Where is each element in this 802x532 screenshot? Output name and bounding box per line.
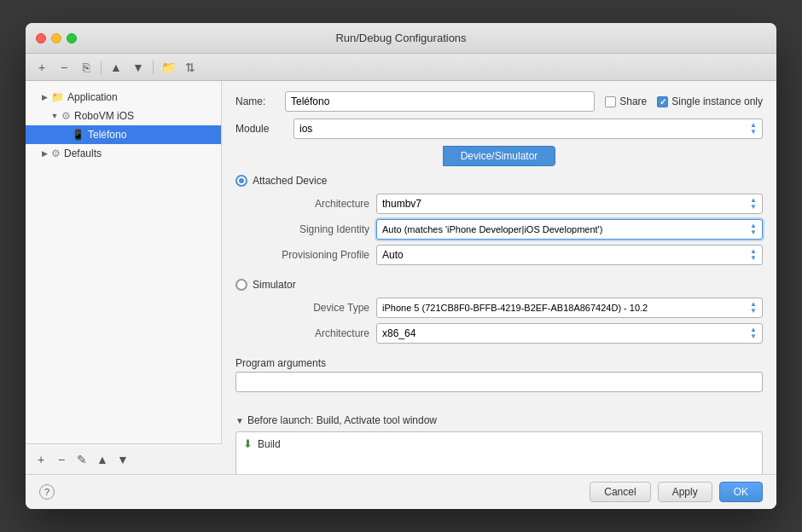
single-instance-checkbox[interactable]	[657, 96, 668, 107]
signing-identity-label: Signing Identity	[253, 223, 376, 235]
architecture-row: Architecture thumbv7 ▲▼	[253, 194, 763, 214]
signing-identity-row: Signing Identity Auto (matches 'iPhone D…	[253, 219, 763, 240]
sidebar-item-application[interactable]: ▶ 📁 Application	[26, 88, 221, 107]
sidebar-item-defaults-label: Defaults	[64, 147, 102, 159]
telefono-icon: 📱	[72, 129, 84, 141]
copy-config-button[interactable]: ⎘	[77, 58, 96, 77]
signing-identity-select[interactable]: Auto (matches 'iPhone Developer|iOS Deve…	[376, 219, 763, 240]
robovmios-icon: ⚙	[61, 110, 71, 122]
toolbar-separator-1	[101, 61, 102, 74]
window-title: Run/Debug Configurations	[335, 32, 466, 44]
attached-device-section: Attached Device Architecture thumbv7 ▲▼	[235, 175, 763, 270]
device-type-label: Device Type	[253, 302, 376, 314]
sim-architecture-label: Architecture	[253, 327, 376, 339]
sidebar-edit-button[interactable]: ✎	[73, 451, 90, 468]
title-bar: Run/Debug Configurations	[26, 23, 776, 54]
program-args-input[interactable]	[235, 372, 763, 392]
share-checkbox-label[interactable]: Share	[605, 95, 647, 107]
sim-architecture-row: Architecture x86_64 ▲▼	[253, 323, 763, 344]
attached-device-label: Attached Device	[253, 175, 327, 187]
build-item-label: Build	[258, 438, 281, 450]
help-button[interactable]: ?	[39, 484, 55, 500]
footer: ? Cancel Apply OK	[26, 474, 776, 509]
sidebar-bottom-toolbar: + − ✎ ▲ ▼	[26, 443, 222, 474]
provisioning-profile-select[interactable]: Auto ▲▼	[376, 245, 763, 265]
simulator-fields: Device Type iPhone 5 (721CB8F0-BFFB-4219…	[253, 298, 763, 344]
sidebar-item-telefono-label: Teléfono	[88, 129, 126, 141]
sim-architecture-select[interactable]: x86_64 ▲▼	[376, 323, 763, 344]
tab-device-simulator[interactable]: Device/Simulator	[443, 146, 556, 166]
defaults-chevron: ▶	[39, 148, 49, 159]
add-config-button[interactable]: +	[32, 58, 51, 77]
simulator-radio-row: Simulator	[235, 279, 763, 291]
signing-identity-value: Auto (matches 'iPhone Developer|iOS Deve…	[382, 224, 602, 234]
name-input[interactable]	[285, 91, 595, 112]
attached-device-fields: Architecture thumbv7 ▲▼ Signing Identity…	[253, 194, 763, 265]
footer-left: ?	[39, 484, 55, 500]
build-launch-item: ⬇ Build	[240, 436, 758, 452]
application-folder-icon: 📁	[51, 91, 64, 103]
sidebar-up-button[interactable]: ▲	[94, 451, 111, 468]
sim-architecture-value: x86_64	[382, 327, 416, 339]
module-label: Module	[235, 123, 287, 135]
architecture-label: Architecture	[253, 198, 376, 210]
main-window: Run/Debug Configurations + − ⎘ ▲ ▼ 📁 ⇅ ▶…	[26, 23, 776, 509]
sidebar-remove-button[interactable]: −	[53, 451, 70, 468]
simulator-label: Simulator	[253, 279, 296, 291]
before-launch-label: Before launch: Build, Activate tool wind…	[247, 414, 437, 426]
traffic-lights	[36, 33, 77, 43]
robovmios-chevron: ▼	[49, 111, 60, 121]
provisioning-profile-value: Auto	[382, 249, 404, 261]
sidebar-item-defaults[interactable]: ▶ ⚙ Defaults	[26, 144, 221, 163]
sidebar-item-application-label: Application	[67, 91, 118, 103]
module-row: Module ios ▲ ▼	[235, 119, 763, 139]
attached-device-radio[interactable]	[235, 175, 247, 187]
telefono-chevron	[60, 130, 70, 140]
share-checkbox[interactable]	[605, 96, 616, 107]
sim-architecture-arrows: ▲▼	[750, 327, 757, 340]
program-args-section: Program arguments	[235, 357, 763, 401]
sidebar-wrapper: ▶ 📁 Application ▼ ⚙ RoboVM iOS 📱 Teléfon…	[26, 81, 222, 474]
tab-bar: Device/Simulator	[235, 146, 763, 166]
provisioning-profile-row: Provisioning Profile Auto ▲▼	[253, 245, 763, 265]
sidebar-item-robovmios[interactable]: ▼ ⚙ RoboVM iOS	[26, 107, 221, 125]
sidebar-item-telefono[interactable]: 📱 Teléfono	[26, 125, 221, 144]
architecture-select[interactable]: thumbv7 ▲▼	[376, 194, 763, 214]
device-type-arrows: ▲▼	[750, 301, 757, 315]
device-type-select[interactable]: iPhone 5 (721CB8F0-BFFB-4219-B2EF-AB18A8…	[376, 298, 763, 318]
build-icon: ⬇	[243, 437, 253, 450]
device-type-value: iPhone 5 (721CB8F0-BFFB-4219-B2EF-AB18A8…	[382, 303, 648, 313]
maximize-button[interactable]	[67, 33, 77, 43]
launch-list: ⬇ Build	[235, 431, 763, 474]
architecture-select-arrows: ▲▼	[750, 197, 757, 211]
before-launch-arrow: ▼	[235, 416, 244, 425]
application-chevron: ▶	[39, 92, 49, 102]
sidebar-down-button[interactable]: ▼	[114, 451, 131, 468]
simulator-section: Simulator Device Type iPhone 5 (721CB8F0…	[235, 279, 763, 349]
cancel-button[interactable]: Cancel	[590, 482, 650, 502]
device-type-row: Device Type iPhone 5 (721CB8F0-BFFB-4219…	[253, 298, 763, 318]
signing-identity-arrows: ▲▼	[750, 223, 757, 236]
single-instance-label: Single instance only	[671, 95, 763, 107]
apply-button[interactable]: Apply	[658, 482, 712, 502]
sidebar-add-button[interactable]: +	[32, 451, 49, 468]
architecture-value: thumbv7	[382, 198, 421, 210]
main-panel: Name: Share Single instance only Module	[222, 81, 776, 474]
sort-button[interactable]: ⇅	[181, 58, 200, 77]
module-select[interactable]: ios ▲ ▼	[293, 119, 763, 139]
simulator-radio[interactable]	[235, 279, 247, 291]
remove-config-button[interactable]: −	[55, 58, 73, 77]
toolbar: + − ⎘ ▲ ▼ 📁 ⇅	[26, 54, 776, 81]
close-button[interactable]	[36, 33, 46, 43]
folder-button[interactable]: 📁	[159, 58, 177, 77]
minimize-button[interactable]	[51, 33, 61, 43]
before-launch-header[interactable]: ▼ Before launch: Build, Activate tool wi…	[235, 414, 763, 426]
provisioning-profile-label: Provisioning Profile	[253, 249, 376, 261]
move-down-button[interactable]: ▼	[129, 58, 148, 77]
single-instance-checkbox-label[interactable]: Single instance only	[657, 95, 763, 107]
move-up-button[interactable]: ▲	[107, 58, 125, 77]
provisioning-profile-arrows: ▲▼	[750, 248, 757, 262]
ok-button[interactable]: OK	[719, 482, 763, 502]
module-value: ios	[299, 123, 312, 135]
content-area: ▶ 📁 Application ▼ ⚙ RoboVM iOS 📱 Teléfon…	[26, 81, 776, 474]
